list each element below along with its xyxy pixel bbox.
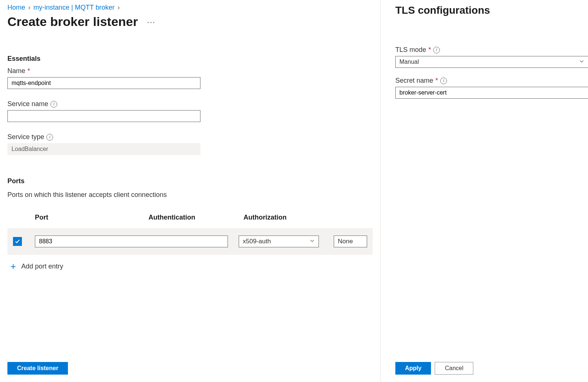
info-icon[interactable]: i: [50, 101, 57, 108]
service-type-label: Service type: [7, 133, 44, 141]
plus-icon: +: [10, 261, 16, 272]
tls-mode-select[interactable]: Manual: [395, 56, 588, 68]
info-icon[interactable]: i: [440, 78, 447, 84]
check-icon: [15, 239, 20, 244]
main-panel: Home › my-instance | MQTT broker › Creat…: [0, 0, 380, 382]
service-type-input: [7, 143, 200, 155]
table-row: x509-auth None: [7, 228, 373, 255]
ports-description: Ports on which this listener accepts cli…: [7, 191, 373, 199]
port-input[interactable]: [35, 236, 228, 247]
essentials-heading: Essentials: [7, 55, 373, 63]
page-title: Create broker listener: [7, 14, 138, 29]
required-icon: *: [435, 77, 438, 85]
authentication-value: x509-auth: [243, 238, 271, 245]
chevron-right-icon: ›: [117, 4, 120, 11]
sidepanel-title: TLS configurations: [395, 4, 588, 16]
row-checkbox[interactable]: [13, 237, 22, 246]
col-authorization: Authorization: [244, 214, 287, 221]
service-name-label: Service name: [7, 100, 48, 108]
authentication-select[interactable]: x509-auth: [239, 236, 319, 247]
cancel-button[interactable]: Cancel: [435, 362, 473, 375]
authorization-select[interactable]: None: [334, 236, 367, 247]
tls-mode-label: TLS mode: [395, 46, 426, 54]
secret-name-input[interactable]: [395, 87, 588, 99]
authorization-value: None: [338, 238, 353, 245]
more-actions-icon[interactable]: ···: [147, 17, 156, 27]
service-name-input[interactable]: [7, 110, 200, 122]
required-icon: *: [428, 46, 431, 54]
name-input[interactable]: [7, 77, 200, 89]
chevron-right-icon: ›: [28, 4, 30, 11]
add-port-entry-button[interactable]: + Add port entry: [7, 261, 373, 272]
breadcrumb-instance[interactable]: my-instance | MQTT broker: [33, 4, 114, 11]
info-icon[interactable]: i: [433, 47, 440, 53]
name-label: Name: [7, 67, 25, 75]
ports-table-header: Port Authentication Authorization: [7, 214, 373, 221]
tls-configurations-panel: TLS configurations TLS mode * i Manual S…: [380, 0, 588, 382]
tls-mode-value: Manual: [399, 59, 419, 65]
breadcrumb: Home › my-instance | MQTT broker ›: [7, 4, 373, 14]
ports-heading: Ports: [7, 177, 373, 185]
required-icon: *: [27, 67, 30, 75]
chevron-down-icon: [310, 238, 315, 245]
breadcrumb-home[interactable]: Home: [7, 4, 25, 11]
secret-name-label: Secret name: [395, 77, 433, 85]
info-icon[interactable]: i: [46, 134, 53, 141]
apply-button[interactable]: Apply: [395, 362, 431, 375]
col-port: Port: [35, 214, 148, 221]
chevron-down-icon: [579, 59, 584, 65]
create-listener-button[interactable]: Create listener: [7, 362, 68, 375]
add-port-label: Add port entry: [21, 263, 63, 270]
col-authentication: Authentication: [148, 214, 244, 221]
